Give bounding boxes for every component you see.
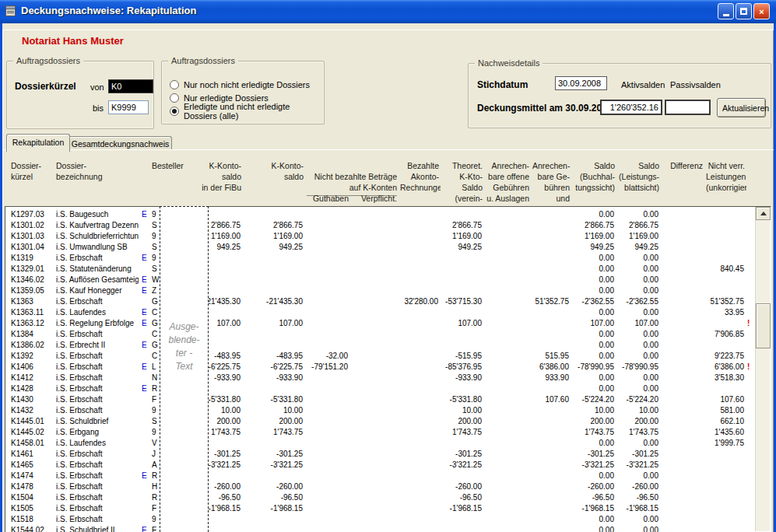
cell-saldo-leist: 2'866.75 — [616, 219, 661, 230]
table-row[interactable]: K1319i.S. ErbschaftE90.000.00 — [5, 252, 755, 263]
stichdatum-input[interactable] — [555, 76, 607, 90]
scrollbar-up-button[interactable] — [756, 207, 771, 220]
cell-eflag — [139, 230, 150, 241]
cell-kuerzel: K1445.01 — [5, 415, 54, 426]
table-row[interactable]: K1478i.S. ErbschaftH-260.00-260.00-260.0… — [5, 481, 755, 492]
cell-verpflicht — [350, 208, 399, 219]
table-row[interactable]: K1430i.S. ErbschaftF-5'331.80-5'331.80-5… — [5, 394, 755, 404]
cell-verpflicht — [350, 404, 399, 415]
cell-alert — [746, 339, 755, 350]
table-row[interactable]: K1461i.S. ErbschaftJ-301.25-301.25-301.2… — [5, 448, 755, 459]
cell-guthaben — [305, 404, 350, 415]
cell-akonto — [399, 448, 441, 459]
cell-anrechgeb — [531, 274, 571, 285]
table-row[interactable]: K1346.02i.S. Auflösen GesamteigerEW0.000… — [5, 274, 755, 285]
cell-nicht-verr: 1'999.75 — [704, 437, 746, 448]
cell-verpflicht — [350, 285, 399, 296]
table-row[interactable]: K1412i.S. ErbschaftN-933.90-933.90-933.9… — [5, 372, 755, 383]
minimize-button[interactable] — [718, 3, 734, 19]
vertical-scrollbar[interactable] — [755, 207, 770, 531]
cell-anrechgeb: 51'352.75 — [531, 296, 571, 306]
table-row[interactable]: K1544.02i.S. Schuldbrief IIEF0.000.00 — [5, 524, 755, 532]
table-row[interactable]: K1384i.S. ErbschaftC0.000.007'906.85 — [5, 328, 755, 339]
table-row[interactable]: K1432i.S. Erbschaft910.0010.0010.0010.00… — [5, 404, 755, 415]
cell-kuerzel: K1363 — [5, 296, 54, 306]
radio-option[interactable]: Nur noch nicht erledigte Dossiers — [170, 79, 324, 90]
aktivsalden-input[interactable] — [600, 100, 662, 115]
cell-saldo-leist: -1'968.15 — [616, 502, 661, 513]
radio-icon[interactable] — [170, 93, 179, 103]
cell-alert — [746, 252, 755, 263]
cell-alert — [746, 306, 755, 317]
cell-saldo-leist: 0.00 — [616, 372, 661, 383]
radio-icon[interactable] — [170, 107, 179, 116]
table-row[interactable]: K1458.01i.S. LaufendesV0.000.001'999.75 — [5, 437, 755, 448]
cell-offene — [484, 437, 531, 448]
cell-akonto — [399, 361, 441, 372]
table-row[interactable]: K1518i.S. Erbschaft90.000.00 — [5, 513, 755, 524]
table-row[interactable]: K1363.11i.S. LaufendesEC0.000.0033.95 — [5, 306, 755, 317]
cell-saldo-buch: 0.00 — [571, 383, 616, 394]
cell-anrechgeb: 933.90 — [531, 372, 571, 383]
table-row[interactable]: K1428i.S. ErbschaftER0.000.00 — [5, 383, 755, 394]
cell-kuerzel: K1432 — [5, 404, 54, 415]
radio-icon[interactable] — [170, 80, 179, 89]
table-row[interactable]: K1297.03i.S. BaugesuchE90.000.00 — [5, 208, 755, 219]
cell-kuerzel: K1406 — [5, 361, 54, 372]
radio-option[interactable]: Erledigte und nicht erledigte Dossiers (… — [170, 105, 324, 117]
table-row[interactable]: K1504i.S. ErbschaftR-96.50-96.50-96.50-9… — [5, 492, 755, 502]
cell-eflag — [139, 241, 150, 252]
table-row[interactable]: K1301.03i.S. Schuldbrieferrichtung91'169… — [5, 230, 755, 241]
table-row[interactable]: K1465i.S. ErbschaftA-3'321.25-3'321.25-3… — [5, 459, 755, 470]
cell-konto: -6'225.75 — [243, 361, 305, 372]
dossier-von-input[interactable] — [108, 79, 153, 93]
cell-bezeichnung: i.S. Erbschaft — [54, 502, 139, 513]
table-row[interactable]: K1301.02i.S. Kaufvertrag DezenniuS2'866.… — [5, 219, 755, 230]
cell-konto: -21'435.30 — [243, 296, 305, 306]
cell-theoret — [441, 263, 484, 274]
cell-eflag — [139, 459, 150, 470]
cell-saldo-leist: 1'169.00 — [616, 230, 661, 241]
cell-saldo-leist: -96.50 — [616, 492, 661, 502]
cell-theoret: 200.00 — [441, 415, 484, 426]
aktualisieren-button[interactable]: Aktualisieren — [717, 98, 766, 117]
table-row[interactable]: K1386.02i.S. Erbrecht IIEG0.000.00 — [5, 339, 755, 350]
scrollbar-thumb[interactable] — [756, 303, 771, 348]
dossier-bis-input[interactable] — [108, 100, 149, 114]
cell-nicht-verr — [704, 317, 746, 328]
table-row[interactable]: K1474i.S. ErbschaftER0.000.00 — [5, 470, 755, 481]
tab-rekapitulation[interactable]: Rekapitulation — [6, 134, 70, 152]
cell-akonto — [399, 383, 441, 394]
cell-saldo-buch: 10.00 — [571, 404, 616, 415]
cell-anrechgeb: 515.95 — [531, 350, 571, 361]
maximize-button[interactable] — [736, 3, 752, 19]
passivsalden-input[interactable] — [665, 100, 711, 115]
cell-saldo-leist: 200.00 — [616, 415, 661, 426]
table-row[interactable]: K1406i.S. ErbschaftEL-6'225.75-6'225.75-… — [5, 361, 755, 372]
status-radio-list: Nur noch nicht erledigte DossiersNur erl… — [162, 79, 324, 118]
close-button[interactable]: × — [753, 3, 770, 19]
cell-differenz — [661, 317, 704, 328]
table-row[interactable]: K1445.02i.S. Erbgang91'743.751'743.751'7… — [5, 426, 755, 437]
cell-akonto — [399, 252, 441, 263]
cell-bezeichnung: i.S. Erbschaft — [54, 361, 139, 372]
table-row[interactable]: K1359.05i.S. Kauf HoneggerEZ0.000.00 — [5, 285, 755, 296]
aktivsalden-label: Aktivsalden — [621, 80, 665, 89]
table-row[interactable]: K1301.04i.S. Umwandlung SBS949.25949.259… — [5, 241, 755, 252]
table-row[interactable]: K1363.12i.S. Regelung ErbfolgeEG107.0010… — [5, 317, 755, 328]
table-row[interactable]: K1392i.S. ErbschaftC-483.95-483.95-32.00… — [5, 350, 755, 361]
cell-eflag: E — [139, 208, 150, 219]
cell-guthaben — [305, 339, 350, 350]
cell-guthaben: -32.00 — [305, 350, 350, 361]
table-row[interactable]: K1505i.S. ErbschaftF-1'968.15-1'968.15-1… — [5, 502, 755, 513]
table-row[interactable]: K1329.01i.S. StatutenänderungS0.000.0084… — [5, 263, 755, 274]
cell-anrechgeb — [531, 448, 571, 459]
cell-konto — [243, 328, 305, 339]
table-row[interactable]: K1363i.S. ErbschaftG-21'435.30-21'435.30… — [5, 296, 755, 306]
cell-akonto — [399, 502, 441, 513]
cell-saldo-buch: 0.00 — [571, 437, 616, 448]
cell-konto: 1'743.75 — [243, 426, 305, 437]
cell-offene — [484, 394, 531, 404]
table-row[interactable]: K1445.01i.S. SchuldbriefS200.00200.00200… — [5, 415, 755, 426]
cell-theoret: -933.90 — [441, 372, 484, 383]
